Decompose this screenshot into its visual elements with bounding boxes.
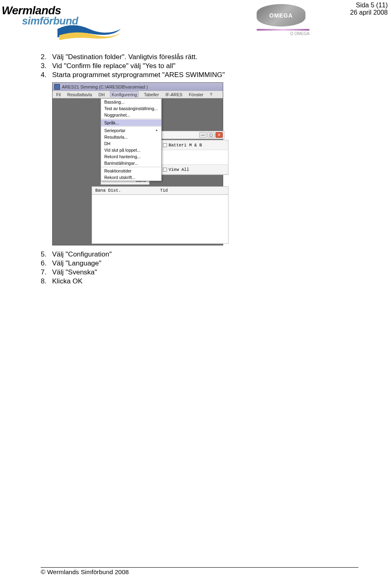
menu-if-ares[interactable]: IF-ARES <box>164 92 183 97</box>
viewall-row: View All <box>160 165 228 175</box>
menu-item-reaktionstider[interactable]: Reaktionstider <box>101 168 161 174</box>
menu-dh[interactable]: DH <box>97 92 106 97</box>
menu-item-dh[interactable]: DH <box>101 140 161 147</box>
app-title: ARES21 Simming (C:\ARESDB\varsimiad ) <box>62 84 148 89</box>
konfigurering-dropdown: Bassäng... Test av bassänginställning...… <box>101 98 162 181</box>
menu-item-rekord-hantering[interactable]: Rekord hantering... <box>101 153 161 160</box>
step-7: 7. Välj "Svenska" <box>41 268 358 276</box>
step-text: Starta programmet styrprogrammet "ARES S… <box>52 71 225 79</box>
footer-text: © Wermlands Simförbund 2008 <box>41 568 129 575</box>
col-tid: Tid <box>160 188 225 193</box>
page-header: Wermlands simförbund OMEGA Ω OMEGA Sida … <box>0 0 391 41</box>
wave-icon <box>55 20 124 42</box>
menu-fonster[interactable]: Fönster <box>188 92 205 97</box>
omega-logo: OMEGA Ω OMEGA <box>257 4 310 37</box>
menu-separator <box>101 167 161 167</box>
col-bana-dist: Bana Dist. <box>95 188 160 193</box>
embedded-screenshot: ARES21 Simming (C:\ARESDB\varsimiad ) Fi… <box>52 82 223 245</box>
step-5: 5. Välj "Configuration" <box>41 250 358 259</box>
page-meta: Sida 5 (11) 26 april 2008 <box>350 2 388 16</box>
menu-item-sprak[interactable]: Språk... <box>101 119 161 126</box>
step-3: 3. Vid "Confirm file replace" välj "Yes … <box>41 62 358 70</box>
table-header: Bana Dist. Tid <box>92 187 228 195</box>
batteri-label: Batteri M & B <box>169 143 202 148</box>
step-number: 2. <box>41 53 52 61</box>
step-number: 8. <box>41 277 52 285</box>
checkbox-icon[interactable] <box>163 168 167 172</box>
inner-panel: Batteri M & B View All <box>159 140 228 175</box>
app-icon <box>54 84 60 90</box>
app-menubar: Fil Resultattavla DH Konfigurering Tabel… <box>53 91 223 98</box>
step-number: 6. <box>41 259 52 267</box>
app-titlebar: ARES21 Simming (C:\ARESDB\varsimiad ) <box>53 83 223 91</box>
menu-tabeller[interactable]: Tabeller <box>143 92 160 97</box>
step-6: 6. Välj "Language" <box>41 259 358 267</box>
content: 2. Välj "Destination folder". Vanligtvis… <box>41 53 358 286</box>
omega-sublabel: Ω OMEGA <box>257 31 310 36</box>
step-text: Välj "Configuration" <box>52 250 112 259</box>
step-text: Vid "Confirm file replace" välj "Yes to … <box>52 62 176 70</box>
blank-row <box>160 150 228 165</box>
inner-window-controls: — ▢ ✕ <box>159 131 224 139</box>
page-date: 26 april 2008 <box>350 9 388 16</box>
step-2: 2. Välj "Destination folder". Vanligtvis… <box>41 53 358 61</box>
batteri-row: Batteri M & B <box>160 140 228 150</box>
menu-item-bassang[interactable]: Bassäng... <box>101 99 161 105</box>
step-number: 5. <box>41 250 52 259</box>
omega-badge: OMEGA <box>257 4 305 27</box>
brand-logo: Wermlands simförbund <box>2 4 124 27</box>
close-button[interactable]: ✕ <box>215 132 223 138</box>
menu-fil[interactable]: Fil <box>55 92 62 97</box>
menu-konfigurering[interactable]: Konfigurering <box>110 91 138 97</box>
step-text: Välj "Language" <box>52 259 101 267</box>
table-body-empty <box>92 195 228 243</box>
menu-separator <box>101 126 161 127</box>
menu-item-noggranhet[interactable]: Noggranhet... <box>101 112 161 118</box>
menu-resultattavla[interactable]: Resultattavla <box>66 92 93 97</box>
omega-divider <box>257 29 310 31</box>
menu-item-baninstallningar[interactable]: Baninställningar... <box>101 160 161 166</box>
menu-item-serieportar[interactable]: Serieportar <box>101 127 161 134</box>
menu-item-vid-slut[interactable]: Vid slut på loppet... <box>101 147 161 153</box>
minimize-button[interactable]: — <box>199 132 206 138</box>
checkbox-icon[interactable] <box>163 143 167 147</box>
step-text: Välj "Destination folder". Vanligtvis fö… <box>52 53 198 61</box>
menu-item-rekord-utskrift[interactable]: Rekord utskrift... <box>101 174 161 181</box>
viewall-label: View All <box>169 167 189 172</box>
menu-separator <box>101 119 161 119</box>
step-number: 4. <box>41 71 52 79</box>
menu-item-resultavla[interactable]: Resultavla... <box>101 134 161 140</box>
step-8: 8. Klicka OK <box>41 277 358 285</box>
step-4: 4. Starta programmet styrprogrammet "ARE… <box>41 71 358 79</box>
page-number: Sida 5 (11) <box>350 2 388 9</box>
page-footer: © Wermlands Simförbund 2008 <box>41 567 358 576</box>
step-number: 7. <box>41 268 52 276</box>
step-text: Klicka OK <box>52 277 83 285</box>
step-number: 3. <box>41 62 52 70</box>
maximize-button[interactable]: ▢ <box>207 132 215 138</box>
inner-table: Bana Dist. Tid <box>92 186 228 244</box>
menu-item-test-bassang[interactable]: Test av bassänginställning... <box>101 105 161 112</box>
step-text: Välj "Svenska" <box>52 268 97 276</box>
menu-help[interactable]: ? <box>209 92 213 97</box>
